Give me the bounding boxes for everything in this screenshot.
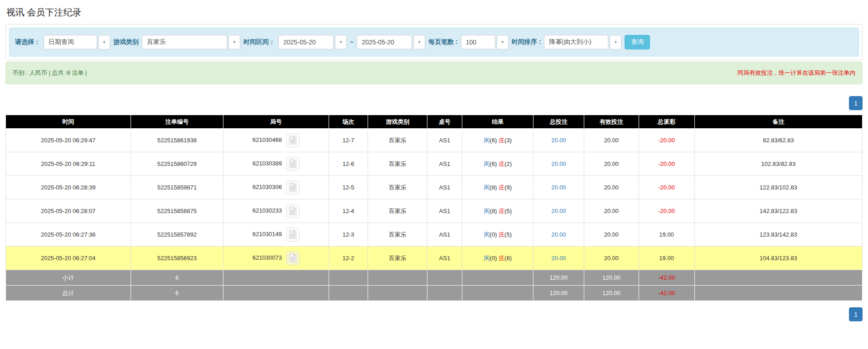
video-file-icon	[289, 230, 296, 239]
video-record-button[interactable]	[286, 157, 300, 171]
cell-bet-id: 522515858875	[131, 199, 223, 223]
cell-time: 2025-05-20 06:27:04	[6, 247, 131, 270]
video-record-button[interactable]	[286, 251, 300, 265]
round-number: 621030149	[252, 231, 282, 238]
total-bet-link[interactable]: 20.00	[551, 137, 566, 144]
cell-note: 142.83/122.83	[694, 199, 863, 223]
video-file-icon	[289, 253, 296, 262]
cell-table-no: AS1	[427, 176, 462, 199]
game-type-label: 游戏类别	[113, 38, 139, 46]
cell-note: 102.83/82.83	[694, 152, 863, 176]
chevron-down-icon[interactable]: ▼	[497, 35, 509, 49]
sort-order-select: 降幂(由大到小) ▼	[544, 35, 621, 49]
date-from-value[interactable]: 2025-05-20	[278, 35, 334, 49]
cell-time: 2025-05-20 06:29:47	[6, 129, 131, 152]
chevron-down-icon[interactable]: ▼	[610, 35, 621, 49]
cell-table-no: AS1	[427, 152, 462, 176]
summary-row: 小计 6 120.00 120.00 -42.00	[6, 270, 863, 286]
bet-records-table: 时间 注单编号 局号 场次 游戏类别 桌号 结果 总投注 有效投注 总派彩 备注…	[5, 115, 863, 301]
sort-order-value[interactable]: 降幂(由大到小)	[544, 35, 608, 49]
filter-bar: 请选择： 日期查询 ▼ 游戏类别 百家乐 ▼ 时间区间： 2025-05-20 …	[9, 28, 859, 57]
cell-payout: -20.00	[639, 199, 694, 223]
video-record-button[interactable]	[286, 228, 300, 242]
cell-valid-bet: 20.00	[584, 152, 639, 176]
cell-result: 闲(8) 庄(9)	[462, 176, 533, 199]
video-record-button[interactable]	[286, 133, 300, 147]
video-record-button[interactable]	[286, 204, 300, 218]
result-banker-label: 庄	[499, 208, 504, 214]
page-1-button[interactable]: 1	[849, 307, 863, 321]
date-range-tilde: ~	[350, 39, 354, 46]
cell-valid-bet: 20.00	[584, 247, 639, 270]
game-type-select: 百家乐 ▼	[142, 35, 240, 49]
video-record-button[interactable]	[286, 180, 300, 194]
search-button[interactable]: 查询	[625, 35, 650, 49]
page-1-button[interactable]: 1	[849, 96, 863, 110]
summary-total-bet: 120.00	[533, 286, 584, 301]
query-type-label: 请选择：	[15, 38, 40, 46]
table-row: 2025-05-20 06:28:07 522515858875 6210302…	[6, 199, 863, 223]
cell-session: 12-2	[329, 247, 368, 270]
result-player-score: (8)	[490, 208, 497, 214]
result-player-label: 闲	[484, 231, 490, 238]
cell-game-type: 百家乐	[368, 247, 427, 270]
result-player-label: 闲	[484, 208, 490, 214]
result-banker-score: (3)	[504, 137, 512, 144]
cell-bet-id: 522515859871	[131, 176, 223, 199]
cell-table-no: AS1	[427, 199, 462, 223]
round-number: 621030306	[252, 184, 282, 190]
total-bet-link[interactable]: 20.00	[551, 255, 566, 262]
page-size-select: 100 ▼	[461, 35, 509, 49]
total-bet-link[interactable]: 20.00	[551, 160, 566, 167]
time-range-label: 时间区间：	[243, 38, 275, 46]
game-type-value[interactable]: 百家乐	[142, 35, 227, 49]
cell-game-type: 百家乐	[368, 223, 427, 247]
chevron-down-icon[interactable]: ▼	[228, 35, 240, 49]
date-to-value[interactable]: 2025-05-20	[357, 35, 412, 49]
cell-valid-bet: 20.00	[584, 129, 639, 152]
col-time: 时间	[6, 115, 131, 129]
total-bet-link[interactable]: 20.00	[551, 184, 566, 191]
cell-valid-bet: 20.00	[584, 176, 639, 199]
cell-time: 2025-05-20 06:27:36	[6, 223, 131, 247]
col-round: 局号	[223, 115, 329, 129]
cell-note: 104.83/123.83	[694, 247, 863, 270]
cell-total-bet: 20.00	[533, 176, 584, 199]
result-player-label: 闲	[484, 137, 490, 144]
cell-session: 12-7	[329, 129, 368, 152]
page-size-label: 每页笔数 :	[428, 38, 458, 46]
result-banker-score: (2)	[504, 160, 512, 167]
result-banker-label: 庄	[499, 231, 504, 238]
cell-note: 123.83/142.83	[694, 223, 863, 247]
cell-round: 621030306	[223, 176, 329, 199]
result-player-label: 闲	[484, 184, 490, 191]
cell-session: 12-6	[329, 152, 368, 176]
page-size-value[interactable]: 100	[461, 35, 495, 49]
result-player-score: (8)	[490, 184, 497, 191]
chevron-down-icon[interactable]: ▼	[335, 35, 347, 49]
result-player-score: (0)	[490, 255, 497, 262]
cell-time: 2025-05-20 06:28:07	[6, 199, 131, 223]
summary-label: 小计	[6, 270, 131, 286]
table-row: 2025-05-20 06:27:36 522515857892 6210301…	[6, 223, 863, 247]
col-table-no: 桌号	[427, 115, 462, 129]
col-payout: 总派彩	[639, 115, 694, 129]
cell-round: 621030149	[223, 223, 329, 247]
summary-alert: 币别 : 人民币 | 总共 :6 注单 | 同局有效投注，统一计算在该局第一张注…	[5, 62, 863, 84]
chevron-down-icon[interactable]: ▼	[98, 35, 110, 49]
total-bet-link[interactable]: 20.00	[551, 231, 566, 238]
query-type-value[interactable]: 日期查询	[44, 35, 97, 49]
col-bet-id: 注单编号	[131, 115, 223, 129]
total-bet-link[interactable]: 20.00	[551, 208, 566, 214]
chevron-down-icon[interactable]: ▼	[413, 35, 425, 49]
query-type-select: 日期查询 ▼	[44, 35, 110, 49]
cell-bet-id: 522515860729	[131, 152, 223, 176]
result-banker-score: (5)	[504, 231, 512, 238]
summary-count: 6	[131, 270, 223, 286]
round-number: 621030468	[252, 136, 282, 143]
cell-time: 2025-05-20 06:28:39	[6, 176, 131, 199]
cell-result: 闲(8) 庄(5)	[462, 199, 533, 223]
page-title: 视讯 会员下注纪录	[5, 5, 863, 24]
cell-bet-id: 522515861938	[131, 129, 223, 152]
cell-total-bet: 20.00	[533, 152, 584, 176]
